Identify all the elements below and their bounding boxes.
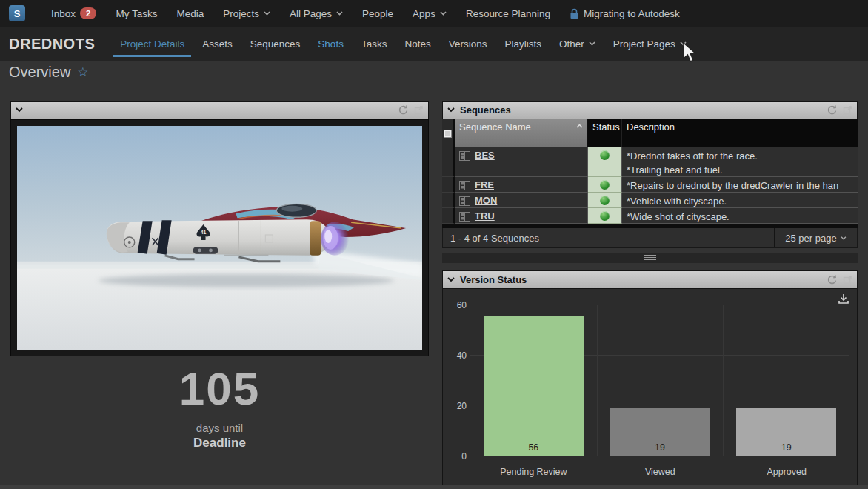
status-green-icon	[600, 211, 610, 221]
version-status-panel-title: Version Status	[460, 274, 527, 285]
description-cell[interactable]: *Wide shot of cityscape.	[622, 208, 858, 224]
sequence-link[interactable]: FRE	[475, 179, 494, 191]
media-thumbnail[interactable]: 41	[10, 119, 429, 356]
column-header-status[interactable]: Status	[588, 119, 622, 147]
collapse-chevron-icon[interactable]	[447, 107, 455, 113]
lock-icon	[570, 8, 579, 19]
status-cell[interactable]	[588, 208, 622, 224]
bar-slot: 19	[723, 305, 849, 456]
horizontal-scrollbar[interactable]	[0, 485, 868, 489]
rocket-image: 41	[17, 126, 422, 350]
sequence-link[interactable]: MON	[475, 195, 497, 207]
select-all-checkbox[interactable]	[444, 130, 452, 138]
bar-pending-review[interactable]: 56	[484, 316, 584, 456]
panel-resize-handle[interactable]	[442, 253, 858, 263]
status-green-icon	[600, 180, 610, 190]
drag-grip-icon	[644, 255, 656, 262]
sequence-link[interactable]: TRU	[475, 210, 495, 222]
nav-my-tasks[interactable]: My Tasks	[106, 0, 167, 27]
sequences-table: Sequence Name Status Description BES *Dr…	[442, 119, 858, 228]
nav-apps[interactable]: Apps	[403, 0, 456, 27]
table-row: FRE *Repairs to drednot by the dredCrawl…	[442, 177, 858, 193]
sequence-thumbnail-icon	[459, 212, 470, 222]
countdown-subtitle: days until	[10, 422, 429, 434]
version-status-panel: Version Status 561919 0204060 Pending Re…	[442, 270, 858, 486]
status-cell[interactable]	[588, 147, 622, 177]
nav-resource-planning[interactable]: Resource Planning	[456, 0, 560, 27]
tab-notes[interactable]: Notes	[395, 27, 439, 61]
y-axis-tick-label: 20	[446, 401, 467, 411]
sequences-panel: Sequences Sequence Name Status Descripti…	[442, 101, 858, 248]
refresh-icon[interactable]	[398, 104, 409, 116]
sequence-link[interactable]: BES	[475, 150, 495, 162]
inbox-count-badge: 2	[80, 7, 96, 19]
shotgrid-logo[interactable]: S	[9, 5, 25, 21]
y-axis-tick-label: 0	[446, 451, 467, 462]
refresh-icon[interactable]	[827, 274, 838, 285]
tab-shots[interactable]: Shots	[309, 27, 353, 61]
page-title: Overview	[9, 64, 70, 81]
tab-playlists[interactable]: Playlists	[495, 27, 550, 61]
collapse-chevron-icon[interactable]	[447, 277, 455, 282]
table-row: TRU *Wide shot of cityscape.	[442, 208, 858, 224]
svg-text:41: 41	[201, 230, 207, 235]
bar-slot: 19	[597, 305, 724, 456]
chevron-down-icon	[589, 41, 595, 46]
nav-all-pages[interactable]: All Pages	[280, 0, 353, 27]
nav-media[interactable]: Media	[167, 0, 213, 27]
sequence-thumbnail-icon	[459, 151, 470, 161]
y-axis-tick-label: 40	[446, 350, 467, 361]
select-all-cell	[442, 119, 455, 147]
nav-people[interactable]: People	[353, 0, 403, 27]
nav-inbox[interactable]: Inbox 2	[41, 0, 106, 27]
sort-ascending-icon	[576, 124, 583, 128]
nav-migrating-to-autodesk[interactable]: Migrating to Autodesk	[560, 0, 690, 27]
project-nav: DREDNOTS Project Details Assets Sequence…	[0, 27, 868, 61]
bar-value-label: 19	[736, 442, 836, 453]
resize-panel-icon[interactable]	[843, 275, 852, 285]
resize-panel-icon[interactable]	[843, 105, 852, 115]
description-cell[interactable]: *Vehicle with cityscape.	[622, 193, 858, 208]
record-range-text: 1 - 4 of 4 Sequences	[443, 233, 774, 244]
tab-project-details[interactable]: Project Details	[111, 27, 193, 61]
sequences-panel-title: Sequences	[460, 104, 511, 116]
resize-panel-icon[interactable]	[414, 105, 424, 115]
version-status-panel-header: Version Status	[442, 270, 858, 289]
column-header-description[interactable]: Description	[622, 119, 858, 147]
tab-project-pages[interactable]: Project Pages	[604, 27, 695, 61]
description-cell[interactable]: *Drednot takes off for the race. *Traili…	[622, 147, 858, 177]
tab-other[interactable]: Other	[550, 27, 604, 61]
tab-sequences[interactable]: Sequences	[241, 27, 310, 61]
sequence-thumbnail-icon	[459, 196, 470, 206]
sequences-footer: 1 - 4 of 4 Sequences 25 per page	[442, 228, 858, 248]
bar-viewed[interactable]: 19	[610, 408, 710, 456]
per-page-selector[interactable]: 25 per page	[774, 228, 857, 247]
countdown-number: 105	[10, 365, 429, 413]
chevron-down-icon	[680, 41, 687, 46]
status-cell[interactable]	[588, 193, 622, 208]
sequences-panel-header: Sequences	[442, 101, 858, 119]
bar-value-label: 19	[610, 442, 710, 453]
table-row: BES *Drednot takes off for the race. *Tr…	[442, 147, 858, 177]
tab-assets[interactable]: Assets	[193, 27, 241, 61]
refresh-icon[interactable]	[827, 104, 838, 116]
bar-slot: 56	[470, 305, 597, 456]
nav-inbox-label: Inbox	[51, 8, 76, 19]
chevron-down-icon	[841, 236, 847, 240]
bar-approved[interactable]: 19	[736, 408, 836, 456]
column-header-sequence-name[interactable]: Sequence Name	[455, 119, 588, 147]
sequences-table-header: Sequence Name Status Description	[442, 119, 858, 147]
favorite-star-icon[interactable]: ☆	[77, 64, 88, 80]
download-chart-icon[interactable]	[838, 293, 849, 305]
tab-versions[interactable]: Versions	[440, 27, 496, 61]
status-green-icon	[600, 150, 610, 160]
description-cell[interactable]: *Repairs to drednot by the dredCrawler i…	[622, 177, 858, 193]
media-panel-header	[10, 101, 429, 119]
bar-value-label: 56	[484, 442, 584, 453]
tab-tasks[interactable]: Tasks	[353, 27, 396, 61]
version-status-chart: 561919 0204060 Pending ReviewViewedAppro…	[442, 289, 858, 486]
nav-projects[interactable]: Projects	[213, 0, 280, 27]
status-cell[interactable]	[588, 177, 622, 193]
top-nav: S Inbox 2 My Tasks Media Projects All Pa…	[0, 0, 868, 27]
collapse-chevron-icon[interactable]	[16, 107, 23, 113]
